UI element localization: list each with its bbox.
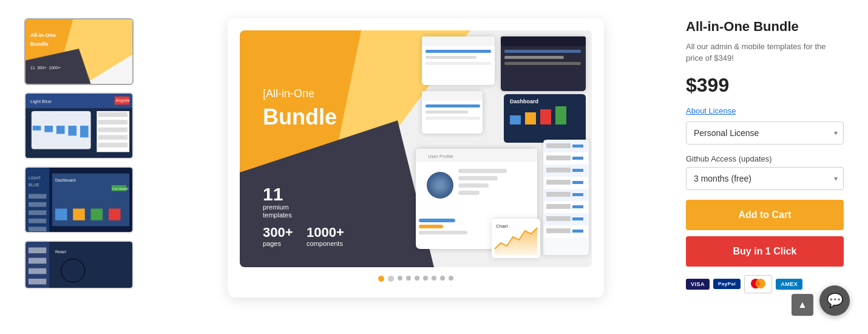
visa-badge: VISA <box>686 279 710 290</box>
product-subtitle: All our admin & mobile templates for the… <box>686 41 844 64</box>
amex-badge: AMEX <box>776 279 802 290</box>
dot-8[interactable] <box>440 276 445 281</box>
dot-4[interactable] <box>406 276 411 281</box>
payment-icons: VISA PayPal AMEX <box>686 275 844 293</box>
product-price: $399 <box>686 74 844 97</box>
dots-indicator <box>378 276 453 282</box>
page-wrapper: All-in-One Bundle All our admin & mobile… <box>0 0 868 334</box>
thumbnail-item-1[interactable] <box>24 18 134 85</box>
thumbnail-item-4[interactable] <box>24 240 134 289</box>
thumbnail-item-3[interactable] <box>24 166 134 233</box>
dot-9[interactable] <box>449 276 453 281</box>
github-label: Github Access (updates) <box>686 154 844 163</box>
main-image-area <box>158 12 674 322</box>
main-image-container <box>228 18 604 298</box>
dot-6[interactable] <box>423 276 428 281</box>
paypal-badge: PayPal <box>713 279 741 289</box>
chevron-up-icon: ▲ <box>798 299 807 310</box>
chat-icon: 💬 <box>827 293 843 308</box>
dot-1[interactable] <box>378 276 384 282</box>
thumbnail-sidebar <box>24 12 146 322</box>
license-select[interactable]: Personal License Team License Extended L… <box>686 121 844 145</box>
dot-2[interactable] <box>388 276 394 282</box>
thumbnail-item-2[interactable] <box>24 92 134 159</box>
github-select-wrapper: 3 months (free) 6 months 12 months ▾ <box>686 167 844 190</box>
product-title: All-in-One Bundle <box>686 18 844 36</box>
buy-in-1-click-button[interactable]: Buy in 1 Click <box>686 236 844 267</box>
github-select[interactable]: 3 months (free) 6 months 12 months <box>686 167 844 190</box>
bundle-image <box>240 30 592 267</box>
dot-5[interactable] <box>415 276 419 281</box>
chat-button[interactable]: 💬 <box>819 285 850 316</box>
product-info-panel: All-in-One Bundle All our admin & mobile… <box>686 12 844 322</box>
add-to-cart-button[interactable]: Add to Cart <box>686 200 844 230</box>
mastercard-badge <box>744 275 772 293</box>
scroll-up-button[interactable]: ▲ <box>792 294 813 316</box>
dot-3[interactable] <box>398 276 402 281</box>
dot-7[interactable] <box>432 276 436 281</box>
license-select-wrapper: Personal License Team License Extended L… <box>686 121 844 145</box>
about-license-link[interactable]: About License <box>686 106 844 115</box>
